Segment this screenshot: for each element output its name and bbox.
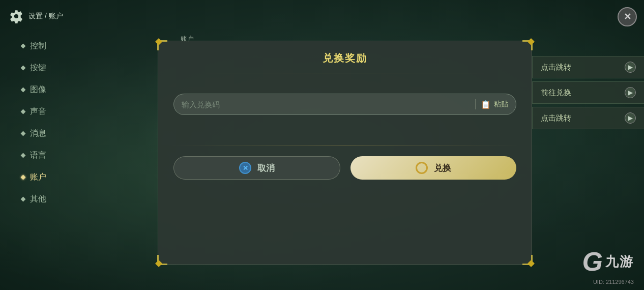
jiuyou-logo: G 九游 [582, 248, 634, 275]
cancel-icon: ✕ [239, 162, 251, 174]
diamond-icon [21, 66, 26, 71]
breadcrumb: 设置 / 账户 [28, 12, 63, 21]
diamond-icon [21, 88, 26, 93]
close-button[interactable]: ✕ [618, 7, 637, 26]
sidebar-label-account: 账户 [30, 172, 46, 183]
jiuyou-text: 九游 [605, 253, 634, 271]
right-panel: 点击跳转 ▶ 前往兑换 ▶ 点击跳转 ▶ [532, 56, 644, 129]
sidebar-label-sound: 声音 [30, 106, 46, 117]
right-button-3[interactable]: 点击跳转 ▶ [532, 107, 644, 129]
corner-dot-br [528, 260, 535, 267]
dialog-content: 📋 粘贴 [158, 73, 532, 130]
dialog-bottom-divider [168, 146, 521, 146]
confirm-label: 兑换 [434, 162, 451, 174]
arrow-icon-2: ▶ [625, 87, 636, 98]
diamond-icon [21, 44, 26, 49]
action-buttons: ✕ 取消 兑换 [158, 156, 532, 187]
sidebar-label-language: 语言 [30, 150, 46, 161]
corner-dot-bl [155, 260, 162, 267]
corner-dot-tr [528, 38, 535, 45]
sidebar-label-keys: 按键 [30, 63, 46, 73]
diamond-icon [21, 153, 26, 158]
sidebar-item-graphics[interactable]: 图像 [15, 79, 107, 100]
jiuyou-g-symbol: G [582, 248, 603, 275]
sidebar-label-message: 消息 [30, 128, 46, 139]
paste-button[interactable]: 📋 粘贴 [481, 100, 508, 109]
sidebar-item-other[interactable]: 其他 [15, 189, 107, 210]
code-input-container[interactable]: 📋 粘贴 [173, 94, 516, 115]
paste-label: 粘贴 [494, 100, 508, 109]
sidebar-item-control[interactable]: 控制 [15, 36, 107, 56]
corner-tr [522, 40, 533, 50]
paste-icon: 📋 [481, 100, 491, 109]
sidebar-item-language[interactable]: 语言 [15, 145, 107, 166]
diamond-icon [21, 131, 26, 136]
arrow-icon-3: ▶ [625, 112, 636, 124]
close-icon: ✕ [624, 11, 631, 22]
uid-label: UID: 211296743 [593, 279, 634, 285]
arrow-icon-1: ▶ [625, 62, 636, 73]
gear-icon [9, 9, 23, 23]
right-button-1[interactable]: 点击跳转 ▶ [532, 56, 644, 78]
confirm-icon [416, 162, 428, 174]
code-input[interactable] [182, 100, 470, 109]
confirm-button[interactable]: 兑换 [350, 156, 516, 180]
sidebar-item-keys[interactable]: 按键 [15, 57, 107, 78]
input-vertical-divider [475, 99, 476, 109]
cancel-label: 取消 [257, 162, 275, 174]
sidebar-item-message[interactable]: 消息 [15, 123, 107, 144]
sidebar-item-sound[interactable]: 声音 [15, 101, 107, 122]
settings-header: 设置 / 账户 [9, 9, 63, 23]
redemption-dialog: 兑换奖励 📋 粘贴 ✕ 取消 兑换 [158, 41, 532, 265]
corner-tl [157, 40, 167, 50]
dialog-title: 兑换奖励 [158, 41, 532, 73]
sidebar-label-other: 其他 [30, 194, 46, 205]
diamond-icon-active [21, 175, 26, 180]
right-button-2[interactable]: 前往兑换 ▶ [532, 81, 644, 104]
corner-br [522, 255, 533, 265]
right-btn-label-1: 点击跳转 [541, 63, 571, 72]
diamond-icon [21, 109, 26, 114]
corner-dot-tl [155, 38, 162, 45]
dialog-overlay: 兑换奖励 📋 粘贴 ✕ 取消 兑换 [158, 41, 532, 265]
sidebar: 控制 按键 图像 声音 消息 语言 账户 其他 [15, 36, 107, 210]
sidebar-label-graphics: 图像 [30, 84, 46, 95]
right-btn-label-3: 点击跳转 [541, 113, 571, 123]
sidebar-item-account[interactable]: 账户 [15, 167, 107, 188]
right-btn-label-2: 前往兑换 [541, 88, 571, 98]
cancel-button[interactable]: ✕ 取消 [173, 156, 340, 180]
diamond-icon [21, 197, 26, 202]
corner-bl [157, 255, 167, 265]
sidebar-label-control: 控制 [30, 41, 46, 51]
